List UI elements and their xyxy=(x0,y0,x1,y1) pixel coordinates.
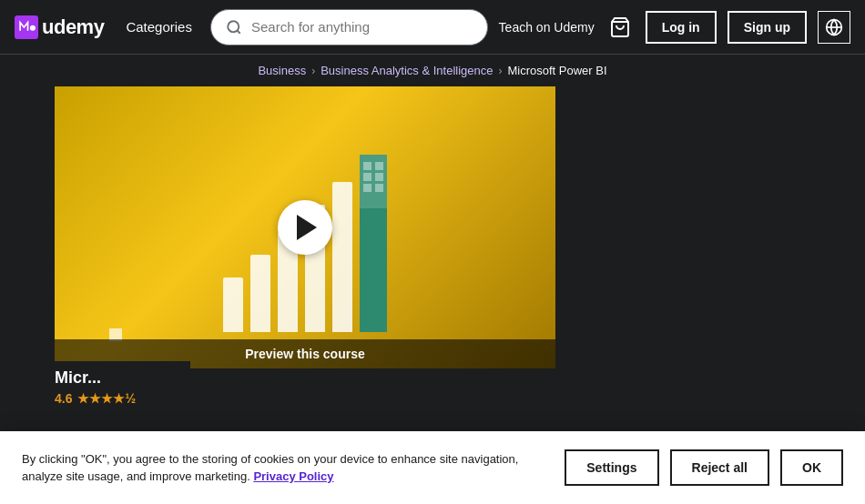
breadcrumb-analytics[interactable]: Business Analytics & Intelligence xyxy=(321,64,493,77)
login-button[interactable]: Log in xyxy=(646,11,717,44)
teach-on-udemy-link[interactable]: Teach on Udemy xyxy=(499,20,595,35)
search-input[interactable] xyxy=(251,19,473,35)
breadcrumb-current: Microsoft Power BI xyxy=(507,64,606,77)
stars: ★★★★½ xyxy=(77,391,136,406)
globe-icon xyxy=(825,18,843,36)
header: udemy Categories Teach on Udemy Log in S… xyxy=(0,0,865,55)
bar-2 xyxy=(250,255,270,332)
cookie-buttons: Settings Reject all OK xyxy=(565,449,843,486)
breadcrumb-sep-2: › xyxy=(498,65,502,77)
breadcrumb-sep-1: › xyxy=(311,65,315,77)
cookie-text: By clicking "OK", you agree to the stori… xyxy=(22,450,550,486)
svg-line-3 xyxy=(237,30,239,33)
main-content: Preview this course xyxy=(0,86,865,368)
privacy-policy-link[interactable]: Privacy Policy xyxy=(253,469,333,483)
search-bar xyxy=(210,9,488,45)
logo-text: udemy xyxy=(42,15,104,39)
cookie-banner: By clicking "OK", you agree to the stori… xyxy=(0,431,865,504)
rating-value: 4.6 xyxy=(55,391,72,406)
bar-teal xyxy=(360,155,387,332)
cart-icon[interactable] xyxy=(606,13,635,42)
play-button[interactable] xyxy=(278,200,332,255)
logo-icon xyxy=(15,15,38,39)
settings-button[interactable]: Settings xyxy=(565,449,658,486)
course-rating: 4.6 ★★★★½ xyxy=(55,391,136,406)
search-icon xyxy=(226,19,242,35)
play-triangle xyxy=(297,215,317,240)
reject-all-button[interactable]: Reject all xyxy=(670,449,769,486)
cart-icon-svg xyxy=(609,16,631,38)
video-container: Preview this course xyxy=(55,86,555,368)
course-info-bar: Micr... 4.6 ★★★★½ xyxy=(0,361,190,413)
language-button[interactable] xyxy=(818,11,850,44)
course-title: Micr... xyxy=(55,368,136,388)
svg-point-2 xyxy=(228,21,239,32)
bar-1 xyxy=(223,277,243,332)
ok-button[interactable]: OK xyxy=(780,449,843,486)
side-panel xyxy=(555,86,810,368)
breadcrumb-business[interactable]: Business xyxy=(258,64,306,77)
bar-5 xyxy=(332,182,352,332)
signup-button[interactable]: Sign up xyxy=(728,11,807,44)
categories-button[interactable]: Categories xyxy=(118,15,199,38)
svg-point-1 xyxy=(30,25,36,30)
logo[interactable]: udemy xyxy=(15,15,104,39)
breadcrumb: Business › Business Analytics & Intellig… xyxy=(0,55,865,86)
